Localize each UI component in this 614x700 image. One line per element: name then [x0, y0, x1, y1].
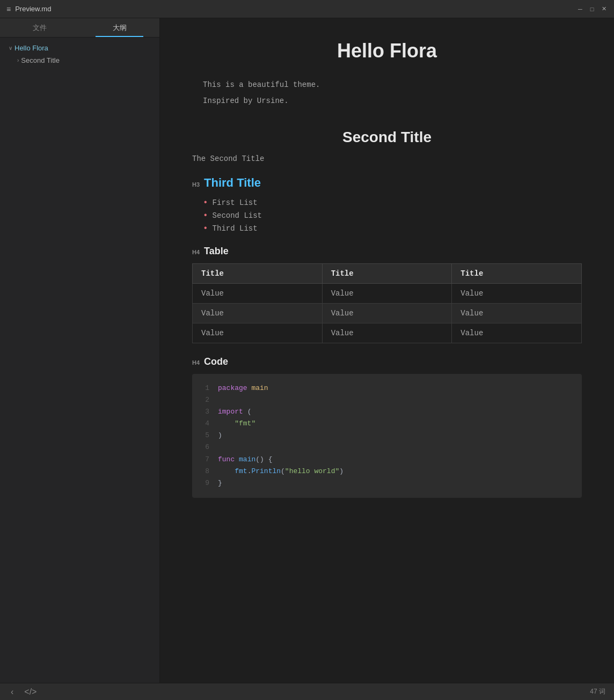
window-controls: ─ □ ✕: [576, 5, 608, 13]
sidebar-content: ∨ Hello Flora › Second Title: [0, 38, 159, 683]
table-cell: Value: [452, 284, 582, 304]
titlebar: ≡ Preview.md ─ □ ✕: [0, 0, 614, 18]
table-cell: Value: [193, 304, 323, 323]
table-cell: Value: [452, 304, 582, 323]
list-item: • Second List: [203, 209, 582, 222]
preview-area: Hello Flora This is a beautiful theme. I…: [160, 18, 614, 683]
preview-h4-code: Code: [204, 356, 228, 367]
minimize-button[interactable]: ─: [576, 5, 584, 13]
table-header-cell: Title: [452, 264, 582, 284]
preview-table: Title Title Title Value Value Value Valu…: [192, 263, 582, 343]
list-item-label: Second List: [213, 211, 262, 220]
table-header-cell: Title: [193, 264, 323, 284]
bottom-bar-left: ‹ </>: [9, 686, 39, 698]
h4-table-badge: H4: [192, 249, 200, 255]
table-row: Value Value Value: [193, 304, 582, 323]
code-view-button[interactable]: </>: [22, 686, 39, 698]
chevron-down-icon: ∨: [9, 45, 12, 51]
preview-blockquote-1: This is a beautiful theme.: [192, 78, 582, 91]
table-header-cell: Title: [322, 264, 452, 284]
preview-list: • First List • Second List • Third List: [192, 196, 582, 235]
h4-code-container: H4 Code: [192, 356, 582, 367]
list-item-label: First List: [213, 198, 258, 207]
table-row: Value Value Value: [193, 284, 582, 304]
preview-para: The Second Title: [192, 154, 582, 163]
bullet-icon: •: [203, 198, 208, 207]
code-line: 6: [201, 441, 573, 453]
list-item: • Third List: [203, 222, 582, 235]
sidebar-item-label: Hello Flora: [14, 44, 48, 52]
table-cell: Value: [322, 304, 452, 323]
code-line: 3 import (: [201, 406, 573, 418]
preview-h2: Second Title: [192, 129, 582, 146]
code-block: 1 package main 2 3 import ( 4 "fmt" 5 ) …: [192, 374, 582, 498]
code-line: 5 ): [201, 430, 573, 441]
tab-outline[interactable]: 大纲: [80, 18, 160, 37]
sidebar-item-hello-flora[interactable]: ∨ Hello Flora: [0, 42, 159, 54]
tab-files[interactable]: 文件: [0, 18, 80, 37]
sidebar-item-second-title[interactable]: › Second Title: [0, 54, 159, 67]
table-cell: Value: [452, 323, 582, 343]
h4-table-container: H4 Table: [192, 246, 582, 257]
main-container: 文件 大纲 ∨ Hello Flora › Second Title Hello…: [0, 18, 614, 683]
menu-icon: ≡: [6, 5, 11, 13]
table-cell: Value: [322, 284, 452, 304]
navigate-back-button[interactable]: ‹: [9, 686, 16, 698]
code-line: 8 fmt.Println("hello world"): [201, 466, 573, 477]
code-line: 9 }: [201, 477, 573, 489]
code-line: 1 package main: [201, 382, 573, 394]
preview-h3: Third Title: [204, 176, 261, 190]
chevron-right-icon: ›: [17, 57, 19, 63]
table-header-row: Title Title Title: [193, 264, 582, 284]
sidebar: 文件 大纲 ∨ Hello Flora › Second Title: [0, 18, 160, 683]
bottom-bar: ‹ </> 47 词: [0, 683, 614, 700]
bullet-icon: •: [203, 211, 208, 220]
code-line: 2: [201, 394, 573, 406]
maximize-button[interactable]: □: [588, 5, 596, 13]
list-item-label: Third List: [213, 224, 258, 233]
list-item: • First List: [203, 196, 582, 209]
sidebar-tabs: 文件 大纲: [0, 18, 159, 38]
table-cell: Value: [193, 323, 323, 343]
h3-container: H3 Third Title: [192, 176, 582, 190]
code-line: 7 func main() {: [201, 454, 573, 466]
table-cell: Value: [322, 323, 452, 343]
sidebar-item-label: Second Title: [21, 56, 60, 64]
code-line: 4 "fmt": [201, 418, 573, 430]
preview-h4-table: Table: [204, 246, 229, 257]
table-row: Value Value Value: [193, 323, 582, 343]
h3-badge: H3: [192, 181, 200, 188]
preview-h1: Hello Flora: [192, 40, 582, 62]
bullet-icon: •: [203, 224, 208, 233]
h4-code-badge: H4: [192, 359, 200, 366]
word-count: 47 词: [590, 687, 605, 696]
table-cell: Value: [193, 284, 323, 304]
titlebar-title: Preview.md: [15, 5, 51, 13]
close-button[interactable]: ✕: [600, 5, 608, 13]
preview-blockquote-2: Inspired by Ursine.: [192, 94, 582, 107]
